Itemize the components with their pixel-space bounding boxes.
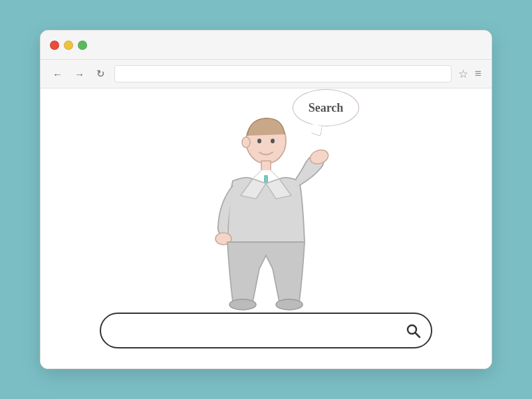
search-input[interactable] bbox=[101, 314, 395, 347]
refresh-button[interactable]: ↻ bbox=[94, 66, 108, 81]
maximize-button[interactable] bbox=[78, 41, 87, 50]
browser-window: ← → ↻ ☆ ≡ Search bbox=[40, 30, 492, 369]
back-button[interactable]: ← bbox=[50, 67, 65, 81]
search-icon bbox=[405, 323, 421, 338]
close-button[interactable] bbox=[50, 41, 59, 50]
svg-point-1 bbox=[242, 137, 250, 148]
search-button[interactable] bbox=[395, 313, 431, 348]
traffic-lights bbox=[50, 41, 87, 50]
svg-point-3 bbox=[271, 139, 275, 144]
content-area: Search bbox=[41, 88, 491, 368]
forward-button[interactable]: → bbox=[72, 67, 87, 81]
svg-point-8 bbox=[276, 299, 303, 310]
svg-point-2 bbox=[257, 139, 261, 144]
address-bar[interactable] bbox=[114, 65, 452, 82]
person-illustration: Search bbox=[180, 89, 352, 315]
nav-bar: ← → ↻ ☆ ≡ bbox=[41, 60, 491, 88]
svg-point-7 bbox=[229, 299, 256, 310]
person-svg bbox=[193, 109, 339, 315]
search-bar-container bbox=[100, 313, 432, 348]
minimize-button[interactable] bbox=[64, 41, 73, 50]
title-bar bbox=[41, 31, 491, 60]
bookmark-icon[interactable]: ☆ bbox=[458, 67, 468, 81]
svg-line-10 bbox=[416, 333, 420, 338]
menu-icon[interactable]: ≡ bbox=[475, 67, 482, 80]
